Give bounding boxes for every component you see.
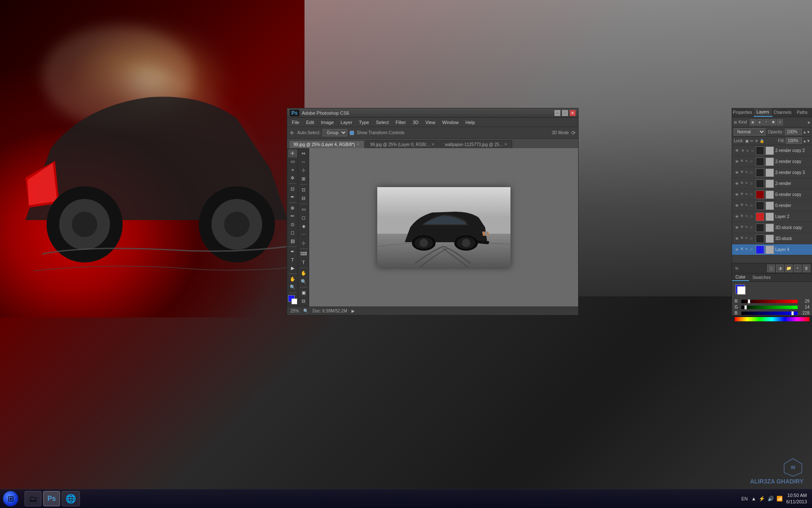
lock-all[interactable]: 🔒	[760, 139, 764, 143]
tab-3[interactable]: wallpaper-1125773.jpg @ 25... ✕	[440, 140, 512, 148]
menu-view[interactable]: View	[422, 119, 439, 126]
delete-layer-button[interactable]: 🗑	[803, 265, 810, 272]
menu-window[interactable]: Window	[439, 119, 461, 126]
opacity-stepper[interactable]: ▲▼	[803, 130, 810, 134]
layer-item-2-render[interactable]: 👁 ⛓ fx ◻ 2-render	[732, 178, 812, 189]
tool-hand[interactable]: ✋	[288, 275, 297, 283]
auto-select-dropdown[interactable]: Group Layer	[323, 129, 347, 136]
taskbar-chrome[interactable]: 🌐	[62, 491, 80, 506]
layer-item-2-render-copy3[interactable]: 👁 ⛓ fx ◻ 2-render copy 3	[732, 167, 812, 178]
tool-lasso[interactable]: ⌖	[288, 166, 297, 174]
tab-3-close[interactable]: ✕	[504, 142, 508, 146]
new-group-button[interactable]: 📁	[785, 265, 793, 272]
close-button[interactable]: ✕	[570, 110, 576, 116]
g-slider[interactable]	[741, 306, 798, 309]
tab-active-close[interactable]: ✕	[357, 142, 360, 146]
tool-move[interactable]: ✛	[288, 149, 297, 157]
tab-channels[interactable]: Channels	[773, 108, 793, 116]
tool-type[interactable]: T	[288, 256, 297, 264]
tool-brush[interactable]: ✏	[288, 213, 297, 221]
new-adjustment-button[interactable]: ◑	[776, 265, 784, 272]
menu-layer[interactable]: Layer	[337, 119, 355, 126]
transform-checkbox[interactable]	[350, 131, 354, 135]
tool-clone[interactable]: ⊙	[288, 221, 297, 229]
lock-brush[interactable]: ✏	[750, 139, 754, 143]
tool-healing[interactable]: ⊕	[288, 204, 297, 212]
menu-edit[interactable]: Edit	[303, 119, 317, 126]
layer-eye[interactable]: 👁	[734, 181, 740, 187]
system-clock[interactable]: 10:50 AM 6/11/2013	[786, 492, 807, 505]
tool-2-8[interactable]: ◻	[299, 214, 308, 222]
layer-item-layer2[interactable]: 👁 ⛓ fx ◻ Layer 2	[732, 211, 812, 222]
menu-file[interactable]: File	[289, 119, 302, 126]
tool-2-1[interactable]: ⇔	[299, 149, 308, 157]
layer-eye[interactable]: 👁	[734, 192, 740, 198]
layer-eye[interactable]: 👁	[734, 236, 740, 242]
tab-paths[interactable]: Paths	[793, 108, 812, 116]
layer-eye[interactable]: 👁	[734, 148, 740, 154]
tool-2-15[interactable]: 🔍	[299, 278, 308, 286]
tool-2-14[interactable]: ✋	[299, 269, 308, 277]
tab-2[interactable]: 99.jpg @ 25% (Layer 0, RGB/... ✕	[365, 140, 439, 148]
layer-item-3d-stock[interactable]: 👁 ⛓ fx ◻ 3D-stock	[732, 233, 812, 244]
fx-button[interactable]: fx	[734, 266, 740, 271]
tool-pen[interactable]: ✒	[288, 248, 297, 256]
layer-eye[interactable]: 👁	[734, 203, 740, 209]
opacity-input[interactable]	[785, 129, 802, 135]
layer-item-0-render[interactable]: 👁 ⛓ fx ◻ 0-render	[732, 200, 812, 211]
add-mask-button[interactable]: ◫	[767, 265, 775, 272]
tool-2-12[interactable]: ⌨	[299, 250, 308, 258]
menu-filter[interactable]: Filter	[392, 119, 409, 126]
taskbar-photoshop[interactable]: Ps	[43, 491, 60, 506]
filter-type[interactable]: T	[763, 119, 769, 125]
taskbar-explorer[interactable]: 🗂	[25, 491, 41, 506]
tool-2-4[interactable]: ⊞	[299, 175, 308, 183]
tool-2-6[interactable]: ⊟	[299, 194, 308, 202]
layer-item-2-render-copy[interactable]: 👁 ⛓ fx ◻ 2-render copy	[732, 156, 812, 167]
tool-2-2[interactable]: ↔	[299, 158, 308, 166]
filter-smart[interactable]: ⊡	[777, 119, 783, 125]
tool-2-9[interactable]: ◈	[299, 222, 308, 230]
blend-mode-dropdown[interactable]: Normal Multiply Screen Overlay	[734, 128, 765, 135]
b-slider[interactable]	[741, 312, 798, 315]
tool-2-13[interactable]: T	[299, 258, 308, 266]
layer-item-layer4[interactable]: 👁 ⛓ fx ◻ Layer 4	[732, 244, 812, 255]
layer-eye[interactable]: 👁	[734, 225, 740, 231]
tool-zoom[interactable]: 🔍	[288, 284, 297, 292]
hue-bar[interactable]	[735, 317, 809, 321]
bluetooth-icon[interactable]: ⚡	[759, 496, 765, 502]
menu-help[interactable]: Help	[463, 119, 478, 126]
layer-eye[interactable]: 👁	[734, 247, 740, 253]
filter-pixel[interactable]: ▣	[750, 119, 756, 125]
color-tab[interactable]: Color	[732, 274, 749, 281]
layer-item-3d-stock-copy[interactable]: 👁 ⛓ fx ◻ 3D-stock copy	[732, 222, 812, 233]
fill-input[interactable]	[786, 138, 802, 144]
tool-2-5[interactable]: ⊡	[299, 186, 308, 194]
swatches-tab[interactable]: Swatches	[749, 274, 774, 281]
layer-item-0-render-copy[interactable]: 👁 ⛓ fx ◻ 0-render copy	[732, 189, 812, 200]
filter-adjust[interactable]: ◈	[757, 119, 763, 125]
layer-eye[interactable]: 👁	[734, 170, 740, 176]
bg-color[interactable]	[291, 298, 297, 304]
fill-stepper[interactable]: ▲▼	[803, 139, 810, 143]
layer-item-2-render-copy2[interactable]: 👁 ⛓ fx ◻ 2-render copy 2	[732, 145, 812, 156]
menu-select[interactable]: Select	[373, 119, 392, 126]
layer-eye[interactable]: 👁	[734, 159, 740, 165]
tool-2-7[interactable]: ▭	[299, 205, 308, 213]
menu-3d[interactable]: 3D	[410, 119, 422, 126]
tool-eraser[interactable]: ◻	[288, 229, 297, 237]
network-wifi-icon[interactable]: 📶	[776, 496, 783, 502]
volume-icon[interactable]: 🔊	[768, 496, 774, 502]
tool-2-10[interactable]: ⋯	[299, 231, 308, 239]
maximize-button[interactable]: □	[562, 110, 568, 116]
menu-image[interactable]: Image	[318, 119, 337, 126]
filter-shape[interactable]: ⬟	[770, 119, 776, 125]
tool-2-mode2[interactable]: ⊟	[299, 297, 308, 305]
tool-marquee[interactable]: ▭	[288, 158, 297, 166]
filter-toggle[interactable]: ●	[807, 119, 810, 125]
bg-color-swatch[interactable]	[737, 286, 746, 295]
tool-2-3[interactable]: ⊹	[299, 166, 308, 174]
minimize-button[interactable]: ─	[554, 110, 560, 116]
menu-type[interactable]: Type	[356, 119, 372, 126]
tool-crop[interactable]: ⊡	[288, 185, 297, 193]
